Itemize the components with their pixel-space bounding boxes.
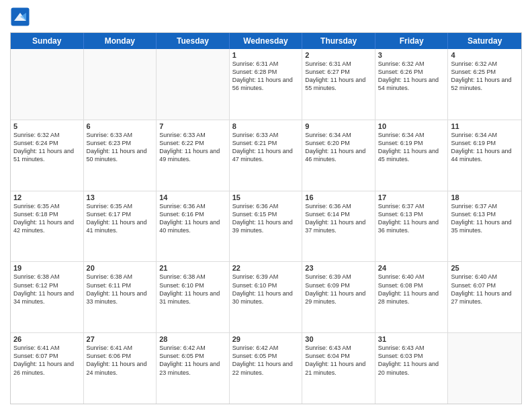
day-number: 19	[13, 264, 81, 272]
calendar-cell: 20Sunrise: 6:38 AMSunset: 6:11 PMDayligh…	[84, 262, 157, 332]
day-header-wednesday: Wednesday	[230, 33, 303, 49]
cell-info: Sunrise: 6:32 AMSunset: 6:25 PMDaylight:…	[451, 60, 519, 93]
day-number: 12	[13, 193, 81, 201]
day-header-tuesday: Tuesday	[157, 33, 230, 49]
day-number: 26	[13, 335, 81, 343]
cell-info: Sunrise: 6:37 AMSunset: 6:13 PMDaylight:…	[378, 202, 445, 235]
cell-info: Sunrise: 6:40 AMSunset: 6:08 PMDaylight:…	[378, 273, 445, 306]
day-number: 18	[451, 193, 519, 201]
cell-info: Sunrise: 6:36 AMSunset: 6:16 PMDaylight:…	[159, 202, 226, 235]
calendar-cell: 29Sunrise: 6:42 AMSunset: 6:05 PMDayligh…	[230, 333, 303, 404]
cell-info: Sunrise: 6:33 AMSunset: 6:22 PMDaylight:…	[159, 131, 226, 164]
day-number: 15	[232, 193, 300, 201]
cell-info: Sunrise: 6:34 AMSunset: 6:19 PMDaylight:…	[451, 131, 519, 164]
day-number: 17	[378, 193, 445, 201]
calendar-cell: 30Sunrise: 6:43 AMSunset: 6:04 PMDayligh…	[302, 333, 375, 404]
cell-info: Sunrise: 6:41 AMSunset: 6:06 PMDaylight:…	[87, 344, 154, 377]
day-number: 27	[87, 335, 154, 343]
calendar-cell: 3Sunrise: 6:32 AMSunset: 6:26 PMDaylight…	[375, 49, 449, 120]
cell-info: Sunrise: 6:38 AMSunset: 6:12 PMDaylight:…	[13, 273, 81, 306]
cell-info: Sunrise: 6:33 AMSunset: 6:21 PMDaylight:…	[232, 131, 300, 164]
cell-info: Sunrise: 6:42 AMSunset: 6:05 PMDaylight:…	[232, 344, 300, 377]
cell-info: Sunrise: 6:40 AMSunset: 6:07 PMDaylight:…	[451, 273, 519, 306]
day-number: 5	[13, 122, 81, 130]
cell-info: Sunrise: 6:31 AMSunset: 6:27 PMDaylight:…	[305, 60, 372, 93]
calendar-cell: 23Sunrise: 6:39 AMSunset: 6:09 PMDayligh…	[302, 262, 375, 332]
calendar-body: 1Sunrise: 6:31 AMSunset: 6:28 PMDaylight…	[11, 49, 521, 404]
day-number: 22	[232, 264, 300, 272]
calendar-cell: 16Sunrise: 6:36 AMSunset: 6:14 PMDayligh…	[302, 191, 375, 262]
calendar-cell: 2Sunrise: 6:31 AMSunset: 6:27 PMDaylight…	[302, 49, 375, 120]
day-number: 24	[378, 264, 445, 272]
cell-info: Sunrise: 6:37 AMSunset: 6:13 PMDaylight:…	[451, 202, 519, 235]
cell-info: Sunrise: 6:34 AMSunset: 6:20 PMDaylight:…	[305, 131, 372, 164]
calendar-week-2: 12Sunrise: 6:35 AMSunset: 6:18 PMDayligh…	[11, 191, 521, 263]
cell-info: Sunrise: 6:36 AMSunset: 6:14 PMDaylight:…	[305, 202, 372, 235]
day-number: 2	[305, 51, 372, 59]
calendar-cell: 17Sunrise: 6:37 AMSunset: 6:13 PMDayligh…	[375, 191, 449, 262]
cell-info: Sunrise: 6:42 AMSunset: 6:05 PMDaylight:…	[159, 344, 226, 377]
calendar-cell: 31Sunrise: 6:43 AMSunset: 6:03 PMDayligh…	[375, 333, 449, 404]
calendar-cell	[11, 49, 84, 120]
day-number: 31	[378, 335, 445, 343]
cell-info: Sunrise: 6:41 AMSunset: 6:07 PMDaylight:…	[13, 344, 81, 377]
calendar-cell: 12Sunrise: 6:35 AMSunset: 6:18 PMDayligh…	[11, 191, 84, 262]
cell-info: Sunrise: 6:32 AMSunset: 6:26 PMDaylight:…	[378, 60, 445, 93]
cell-info: Sunrise: 6:43 AMSunset: 6:04 PMDaylight:…	[305, 344, 372, 377]
calendar-cell: 8Sunrise: 6:33 AMSunset: 6:21 PMDaylight…	[230, 120, 303, 191]
calendar-cell: 10Sunrise: 6:34 AMSunset: 6:19 PMDayligh…	[375, 120, 449, 191]
calendar-week-1: 5Sunrise: 6:32 AMSunset: 6:24 PMDaylight…	[11, 120, 521, 191]
cell-info: Sunrise: 6:32 AMSunset: 6:24 PMDaylight:…	[13, 131, 81, 164]
cell-info: Sunrise: 6:35 AMSunset: 6:18 PMDaylight:…	[13, 202, 81, 235]
calendar-cell: 6Sunrise: 6:33 AMSunset: 6:23 PMDaylight…	[84, 120, 157, 191]
day-number: 1	[232, 51, 300, 59]
header	[10, 7, 522, 27]
calendar-cell: 11Sunrise: 6:34 AMSunset: 6:19 PMDayligh…	[448, 120, 521, 191]
calendar-cell: 21Sunrise: 6:38 AMSunset: 6:10 PMDayligh…	[157, 262, 230, 332]
day-number: 11	[451, 122, 519, 130]
calendar-cell: 4Sunrise: 6:32 AMSunset: 6:25 PMDaylight…	[448, 49, 521, 120]
calendar-cell: 22Sunrise: 6:39 AMSunset: 6:10 PMDayligh…	[230, 262, 303, 332]
day-number: 16	[305, 193, 372, 201]
calendar-cell: 7Sunrise: 6:33 AMSunset: 6:22 PMDaylight…	[157, 120, 230, 191]
day-number: 23	[305, 264, 372, 272]
logo	[10, 7, 33, 27]
day-number: 20	[87, 264, 154, 272]
day-number: 29	[232, 335, 300, 343]
calendar-week-0: 1Sunrise: 6:31 AMSunset: 6:28 PMDaylight…	[11, 49, 521, 120]
cell-info: Sunrise: 6:38 AMSunset: 6:11 PMDaylight:…	[87, 273, 154, 306]
day-header-sunday: Sunday	[11, 33, 84, 49]
day-number: 13	[87, 193, 154, 201]
day-number: 4	[451, 51, 519, 59]
calendar-week-4: 26Sunrise: 6:41 AMSunset: 6:07 PMDayligh…	[11, 333, 521, 404]
calendar-cell: 14Sunrise: 6:36 AMSunset: 6:16 PMDayligh…	[157, 191, 230, 262]
calendar-cell: 26Sunrise: 6:41 AMSunset: 6:07 PMDayligh…	[11, 333, 84, 404]
day-number: 14	[159, 193, 226, 201]
cell-info: Sunrise: 6:34 AMSunset: 6:19 PMDaylight:…	[378, 131, 445, 164]
day-number: 21	[159, 264, 226, 272]
cell-info: Sunrise: 6:35 AMSunset: 6:17 PMDaylight:…	[87, 202, 154, 235]
day-number: 6	[87, 122, 154, 130]
cell-info: Sunrise: 6:43 AMSunset: 6:03 PMDaylight:…	[378, 344, 445, 377]
cell-info: Sunrise: 6:39 AMSunset: 6:09 PMDaylight:…	[305, 273, 372, 306]
calendar-cell: 28Sunrise: 6:42 AMSunset: 6:05 PMDayligh…	[157, 333, 230, 404]
calendar-cell	[84, 49, 157, 120]
cell-info: Sunrise: 6:31 AMSunset: 6:28 PMDaylight:…	[232, 60, 300, 93]
day-header-thursday: Thursday	[302, 33, 375, 49]
day-number: 10	[378, 122, 445, 130]
day-number: 30	[305, 335, 372, 343]
calendar-cell: 5Sunrise: 6:32 AMSunset: 6:24 PMDaylight…	[11, 120, 84, 191]
day-header-friday: Friday	[375, 33, 449, 49]
calendar-cell: 25Sunrise: 6:40 AMSunset: 6:07 PMDayligh…	[448, 262, 521, 332]
logo-icon	[10, 7, 30, 27]
calendar: SundayMondayTuesdayWednesdayThursdayFrid…	[10, 32, 522, 404]
day-number: 25	[451, 264, 519, 272]
calendar-cell: 13Sunrise: 6:35 AMSunset: 6:17 PMDayligh…	[84, 191, 157, 262]
cell-info: Sunrise: 6:39 AMSunset: 6:10 PMDaylight:…	[232, 273, 300, 306]
calendar-cell: 9Sunrise: 6:34 AMSunset: 6:20 PMDaylight…	[302, 120, 375, 191]
calendar-cell	[448, 333, 521, 404]
day-number: 8	[232, 122, 300, 130]
day-header-monday: Monday	[84, 33, 157, 49]
cell-info: Sunrise: 6:38 AMSunset: 6:10 PMDaylight:…	[159, 273, 226, 306]
calendar-cell	[157, 49, 230, 120]
